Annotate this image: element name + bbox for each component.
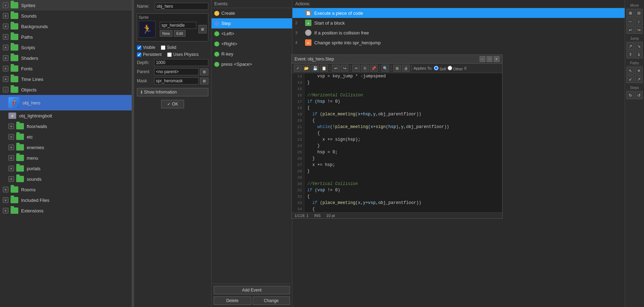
sidebar-item-included-files[interactable]: + Included Files: [0, 195, 132, 205]
sidebar-item-sounds-group[interactable]: + sounds: [0, 174, 132, 184]
sidebar-item-scripts[interactable]: + Scripts: [0, 42, 132, 53]
toolbar-save-btn[interactable]: 💾: [311, 65, 319, 72]
sidebar-item-sprites[interactable]: + Sprites: [0, 0, 132, 11]
expand-shaders[interactable]: +: [3, 55, 8, 61]
expand-portals[interactable]: +: [8, 166, 14, 171]
action-item-1[interactable]: 1 📄 Execute a piece of code: [292, 8, 644, 18]
ok-button[interactable]: ✓ OK: [161, 100, 184, 108]
expand-sounds[interactable]: +: [3, 13, 8, 19]
toolbar-redo-btn[interactable]: ↪: [341, 65, 348, 72]
jump-btn-1[interactable]: ↗: [626, 42, 634, 50]
sidebar-item-sounds[interactable]: + Sounds: [0, 11, 132, 21]
toolbar-open-btn[interactable]: 📂: [303, 65, 310, 72]
jump-btn-3[interactable]: ⇑: [626, 51, 634, 58]
solid-checkbox[interactable]: [161, 45, 165, 50]
parent-browse-button[interactable]: ⊞: [200, 69, 208, 75]
self-radio-label[interactable]: Self: [434, 66, 446, 71]
move-btn-6[interactable]: ↪: [635, 26, 643, 34]
action-item-3[interactable]: 3 ○ If a position is collision free: [292, 28, 644, 38]
expand-objects[interactable]: -: [3, 87, 8, 92]
toolbar-save2-btn[interactable]: 📋: [320, 65, 328, 72]
mask-input[interactable]: [154, 77, 199, 84]
other-radio-label[interactable]: Other: [448, 66, 463, 71]
other-radio[interactable]: [448, 66, 452, 70]
sprite-name-input[interactable]: [160, 22, 196, 29]
sidebar-item-paths[interactable]: + Paths: [0, 32, 132, 42]
expand-sprites[interactable]: +: [3, 2, 8, 8]
edit-sprite-button[interactable]: Edit: [174, 30, 185, 37]
toolbar-grid-btn[interactable]: ⊞: [393, 65, 401, 72]
expand-rooms[interactable]: +: [3, 187, 8, 192]
sidebar-item-enemies[interactable]: + enemies: [0, 142, 132, 153]
sprite-browse-button[interactable]: ⊞: [198, 25, 207, 33]
expand-paths[interactable]: +: [3, 34, 8, 40]
sidebar-item-portals[interactable]: + portals: [0, 163, 132, 174]
action-item-4[interactable]: 4 ◈ Change sprite into spr_herojump: [292, 38, 644, 47]
move-btn-5[interactable]: ↩: [626, 26, 634, 34]
expand-backgrounds[interactable]: +: [3, 24, 8, 29]
toolbar-cut-btn[interactable]: ✂: [352, 65, 360, 72]
self-radio[interactable]: [434, 66, 438, 70]
sidebar-item-obj-hero[interactable]: 🦸 obj_hero: [0, 95, 132, 110]
move-btn-2[interactable]: ⊟: [635, 9, 643, 17]
expand-etc[interactable]: +: [8, 134, 14, 140]
jump-btn-2[interactable]: ↘: [635, 42, 643, 50]
depth-input[interactable]: [154, 59, 208, 66]
steps-btn-2[interactable]: ↺: [635, 91, 643, 99]
expand-floorwalls[interactable]: +: [8, 123, 14, 129]
expand-enemies[interactable]: +: [8, 145, 14, 150]
steps-btn-1[interactable]: ↻: [626, 91, 634, 99]
sidebar-item-fonts[interactable]: + Fonts: [0, 63, 132, 74]
visible-checkbox[interactable]: [137, 45, 141, 50]
expand-menu[interactable]: +: [8, 155, 14, 161]
expand-fonts[interactable]: +: [3, 66, 8, 71]
sidebar-item-timelines[interactable]: + Time Lines: [0, 74, 132, 84]
event-item-right[interactable]: <Right>: [211, 39, 292, 49]
popup-minimize-button[interactable]: ─: [480, 56, 485, 62]
expand-scripts[interactable]: +: [3, 45, 8, 50]
toolbar-copy-btn[interactable]: ⎘: [361, 65, 369, 72]
move-btn-3[interactable]: ↔: [626, 18, 634, 25]
delete-event-button[interactable]: Delete: [214, 296, 251, 305]
action-item-2[interactable]: 2 ▲ Start of a block: [292, 18, 644, 28]
uses-physics-checkbox[interactable]: [167, 52, 172, 57]
expand-extensions[interactable]: +: [3, 208, 8, 213]
persistent-checkbox[interactable]: [137, 52, 141, 57]
sidebar-item-etc[interactable]: + etc: [0, 132, 132, 142]
sidebar-item-extensions[interactable]: + Extensions: [0, 205, 132, 216]
toolbar-search-btn[interactable]: 🔍: [381, 65, 389, 72]
event-item-rkey[interactable]: R-key: [211, 49, 292, 59]
expand-timelines[interactable]: +: [3, 76, 8, 82]
jump-btn-4[interactable]: ⇓: [635, 51, 643, 58]
sidebar-item-rooms[interactable]: + Rooms: [0, 184, 132, 195]
toolbar-check-btn[interactable]: ✓: [294, 65, 302, 72]
sidebar-item-objects[interactable]: - Objects: [0, 84, 132, 95]
change-event-button[interactable]: Change: [253, 296, 290, 305]
paths-btn-4[interactable]: ↗: [635, 75, 643, 83]
event-item-left[interactable]: <Left>: [211, 28, 292, 39]
event-item-space[interactable]: press <Space>: [211, 59, 292, 69]
show-information-button[interactable]: ℹ Show Information: [137, 88, 208, 96]
code-area[interactable]: 1314151617181920212223242526272829303132…: [292, 73, 502, 212]
code-content[interactable]: vsp = key_jump * -jumpspeed} //Horizonta…: [304, 73, 502, 212]
toolbar-undo-btn[interactable]: ↩: [332, 65, 340, 72]
move-btn-4[interactable]: ↕: [635, 18, 643, 25]
sidebar-item-obj-lightning[interactable]: ⚡ obj_lightningbolt: [0, 110, 132, 121]
name-input[interactable]: [155, 3, 208, 10]
mask-browse-button[interactable]: ⊞: [200, 78, 208, 84]
sidebar-item-shaders[interactable]: + Shaders: [0, 53, 132, 63]
paths-btn-3[interactable]: ↙: [626, 75, 634, 83]
paths-btn-2[interactable]: ✕: [635, 67, 643, 75]
sidebar-item-menu[interactable]: + menu: [0, 153, 132, 163]
expand-sounds-group[interactable]: +: [8, 176, 14, 182]
sidebar-item-backgrounds[interactable]: + Backgrounds: [0, 21, 132, 32]
sidebar-item-floorwalls[interactable]: + floor/walls: [0, 121, 132, 132]
move-btn-1[interactable]: ⊞: [626, 9, 634, 17]
add-event-button[interactable]: Add Event: [214, 286, 290, 294]
toolbar-print-btn[interactable]: 🖨: [402, 65, 410, 72]
event-item-create[interactable]: Create: [211, 8, 292, 18]
popup-maximize-button[interactable]: □: [487, 56, 492, 62]
toolbar-paste-btn[interactable]: 📌: [370, 65, 378, 72]
new-sprite-button[interactable]: New: [160, 30, 172, 37]
paths-btn-1[interactable]: ↖: [626, 67, 634, 75]
